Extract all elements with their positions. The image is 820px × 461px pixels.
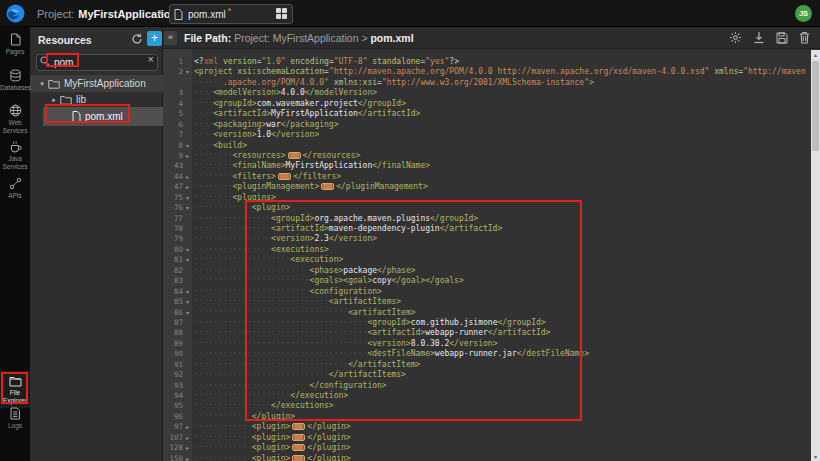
code-line[interactable]: 77················<groupId>org.apache.ma… bbox=[163, 214, 811, 224]
fold-toggle-icon[interactable]: ▾ bbox=[183, 141, 192, 151]
scrollbar-thumb[interactable] bbox=[812, 61, 819, 151]
code-line[interactable]: 85▾····························<artifact… bbox=[163, 297, 811, 307]
fold-toggle-icon[interactable]: ▾ bbox=[183, 193, 192, 203]
delete-file-icon[interactable] bbox=[799, 31, 810, 44]
code-line[interactable]: 87····································<g… bbox=[163, 318, 811, 328]
code-line[interactable]: 150▸············<plugin></plugin> bbox=[163, 454, 811, 461]
code-line[interactable]: 43········<finalName>MyFirstApplication<… bbox=[163, 161, 811, 171]
fold-toggle-icon[interactable]: ▸ bbox=[183, 151, 192, 161]
code-line[interactable]: 128▸············<plugin></plugin> bbox=[163, 443, 811, 453]
vertical-scrollbar[interactable]: ▲ ▼ bbox=[811, 50, 820, 461]
code-line[interactable]: 94····················</execution> bbox=[163, 391, 811, 401]
resource-tree: ▾ MyFirstApplication ▸ lib pom.xml bbox=[30, 75, 163, 126]
code-line[interactable]: 83························<goals><goal>c… bbox=[163, 276, 811, 286]
code-line[interactable]: 9▸········<resources></resources> bbox=[163, 151, 811, 161]
code-line[interactable]: ······.apache.org/POM/4.0.0" xmlns:xsi="… bbox=[163, 78, 811, 88]
fold-toggle-icon[interactable]: ▾ bbox=[183, 297, 192, 307]
code-line[interactable]: 6····<packaging>war</packaging> bbox=[163, 120, 811, 130]
tree-item-lib-folder[interactable]: ▸ lib bbox=[30, 92, 163, 107]
fold-toggle-icon[interactable]: ▸ bbox=[183, 443, 192, 453]
code-line[interactable]: 93························</configuratio… bbox=[163, 381, 811, 391]
fold-toggle-icon[interactable]: ▸ bbox=[183, 454, 192, 461]
scroll-up-icon[interactable]: ▲ bbox=[811, 50, 820, 59]
code-text: ········<finalName>MyFirstApplication</f… bbox=[192, 161, 430, 171]
code-line[interactable]: 79················<version>2.3</version> bbox=[163, 234, 811, 244]
folded-code-placeholder[interactable] bbox=[292, 455, 305, 461]
code-line[interactable]: 86▾································<arti… bbox=[163, 308, 811, 318]
fold-toggle-icon[interactable]: ▸ bbox=[183, 172, 192, 182]
wavemaker-logo[interactable] bbox=[0, 0, 30, 27]
editor-settings-gear-icon[interactable] bbox=[729, 31, 742, 44]
folded-code-placeholder[interactable] bbox=[278, 173, 291, 180]
user-avatar[interactable]: JS bbox=[795, 5, 812, 22]
folded-code-placeholder[interactable] bbox=[321, 183, 334, 190]
tree-item-pom-xml[interactable]: pom.xml bbox=[43, 107, 163, 126]
folded-code-placeholder[interactable] bbox=[292, 434, 305, 441]
code-line[interactable]: 78················<artifactId>maven-depe… bbox=[163, 224, 811, 234]
code-line[interactable]: 97▸············<plugin></plugin> bbox=[163, 422, 811, 432]
fold-toggle-icon[interactable]: ▾ bbox=[183, 245, 192, 255]
code-line[interactable]: 3····<modelVersion>4.0.0</modelVersion> bbox=[163, 88, 811, 98]
code-line[interactable]: 4····<groupId>com.wavemaker.project</gro… bbox=[163, 99, 811, 109]
code-text: ····················</execution> bbox=[192, 391, 348, 401]
clear-search-icon[interactable]: × bbox=[148, 53, 154, 65]
fold-toggle-icon[interactable]: ▾ bbox=[183, 287, 192, 297]
expand-arrow-icon[interactable]: ▾ bbox=[38, 80, 46, 88]
code-line[interactable]: 8▾····<build> bbox=[163, 141, 811, 151]
code-line[interactable]: 91································</arti… bbox=[163, 360, 811, 370]
folded-code-placeholder[interactable] bbox=[292, 444, 305, 451]
code-line[interactable]: 107▸············<plugin></plugin> bbox=[163, 433, 811, 443]
code-line[interactable]: 1<?xml version="1.0" encoding="UTF-8" st… bbox=[163, 57, 811, 67]
code-line[interactable]: 7····<version>1.0</version> bbox=[163, 130, 811, 140]
refresh-icon[interactable] bbox=[131, 33, 143, 45]
code-text: ····<modelVersion>4.0.0</modelVersion> bbox=[192, 88, 377, 98]
fold-toggle-icon[interactable]: ▾ bbox=[183, 255, 192, 265]
code-line[interactable]: 92····························</artifact… bbox=[163, 370, 811, 380]
code-line[interactable]: 47▸········<pluginManagement></pluginMan… bbox=[163, 182, 811, 192]
search-input[interactable] bbox=[36, 54, 158, 71]
fold-toggle-icon[interactable]: ▸ bbox=[183, 433, 192, 443]
code-text: <project xsi:schemaLocation="http://mave… bbox=[192, 67, 806, 77]
code-line[interactable]: 76▾············<plugin> bbox=[163, 203, 811, 213]
code-line[interactable]: 80▾················<executions> bbox=[163, 245, 811, 255]
save-file-icon[interactable] bbox=[776, 32, 788, 44]
sidebar-item-file-explorer[interactable]: File Explorer bbox=[0, 371, 30, 408]
code-line[interactable]: 88····································<a… bbox=[163, 328, 811, 338]
code-line[interactable]: 2▾<project xsi:schemaLocation="http://ma… bbox=[163, 67, 811, 77]
folded-code-placeholder[interactable] bbox=[288, 152, 301, 159]
code-line[interactable]: 84▾························<configuratio… bbox=[163, 287, 811, 297]
sidebar-item-pages[interactable]: Pages bbox=[0, 33, 30, 56]
fold-toggle-icon[interactable]: ▾ bbox=[183, 67, 192, 77]
collapsed-arrow-icon[interactable]: ▸ bbox=[50, 96, 58, 104]
code-line[interactable]: 5····<artifactId>MyFirstApplication</art… bbox=[163, 109, 811, 119]
grid-icon[interactable] bbox=[276, 8, 288, 20]
fold-toggle-icon[interactable]: ▾ bbox=[183, 308, 192, 318]
download-file-icon[interactable] bbox=[753, 31, 765, 44]
collapse-panel-icon[interactable]: « bbox=[164, 31, 177, 45]
code-line[interactable]: 95················</executions> bbox=[163, 401, 811, 411]
code-line[interactable]: 89····································<v… bbox=[163, 339, 811, 349]
code-line[interactable]: 96············</plugin> bbox=[163, 412, 811, 422]
sidebar-item-logs[interactable]: Logs bbox=[0, 407, 30, 430]
sidebar-item-java-services[interactable]: Java Services bbox=[0, 140, 30, 170]
sidebar-item-web-services[interactable]: Web Services bbox=[0, 104, 30, 134]
fold-toggle-icon[interactable]: ▸ bbox=[183, 422, 192, 432]
java-services-cup-icon bbox=[9, 140, 22, 153]
folded-code-placeholder[interactable] bbox=[292, 423, 305, 430]
fold-toggle-icon[interactable]: ▸ bbox=[183, 182, 192, 192]
code-editor[interactable]: 1<?xml version="1.0" encoding="UTF-8" st… bbox=[163, 49, 811, 461]
file-icon bbox=[72, 111, 81, 122]
tab-pom-xml[interactable]: pom.xml * bbox=[169, 4, 293, 24]
code-line[interactable]: 90····································<d… bbox=[163, 349, 811, 359]
add-resource-button[interactable]: + bbox=[147, 31, 162, 46]
sidebar-item-apis[interactable]: APIs bbox=[0, 177, 30, 200]
code-line[interactable]: 75▾········<plugins> bbox=[163, 193, 811, 203]
code-line[interactable]: 81▾····················<execution> bbox=[163, 255, 811, 265]
file-explorer-folder-icon bbox=[9, 375, 22, 387]
code-line[interactable]: 82························<phase>package… bbox=[163, 266, 811, 276]
fold-toggle-icon[interactable]: ▾ bbox=[183, 203, 192, 213]
scroll-down-icon[interactable]: ▼ bbox=[811, 452, 820, 461]
code-line[interactable]: 44▸········<filters></filters> bbox=[163, 172, 811, 182]
tree-item-project-folder[interactable]: ▾ MyFirstApplication bbox=[30, 75, 163, 92]
sidebar-item-databases[interactable]: Databases bbox=[0, 69, 30, 92]
